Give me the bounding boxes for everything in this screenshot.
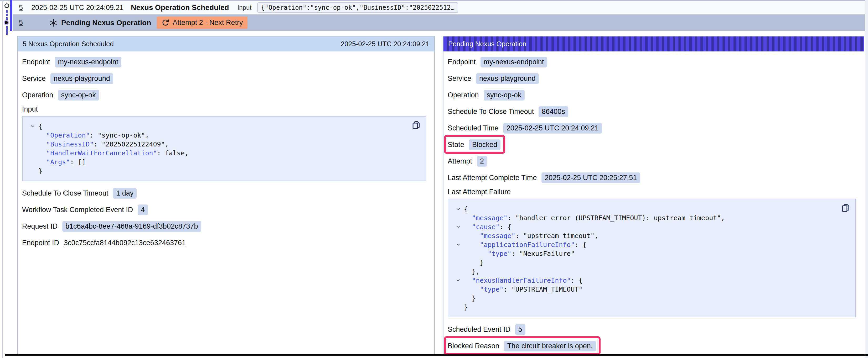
retry-badge-label: Attempt 2 · Next Retry bbox=[173, 19, 243, 27]
event-id-link[interactable]: 5 bbox=[19, 4, 23, 12]
field-label: Schedule To Close Timeout bbox=[448, 108, 534, 116]
field-value-chip: my-nexus-endpoint bbox=[55, 57, 122, 67]
collapse-chevron-icon[interactable] bbox=[453, 278, 464, 283]
field-label: Request ID bbox=[22, 222, 58, 230]
field-value-chip: 4 bbox=[138, 204, 148, 215]
code-line: "applicationFailureInfo": { bbox=[453, 240, 851, 249]
field-value-chip: my-nexus-endpoint bbox=[480, 57, 547, 67]
code-line-text: "Operation": "sync-op-ok", bbox=[38, 131, 149, 139]
history-row-pending-nexus-operation[interactable]: 5 Pending Nexus Operation Attempt 2 · Ne… bbox=[12, 14, 865, 31]
code-line-text: "HandlerWaitForCancellation": false, bbox=[38, 149, 189, 157]
field-value-chip: 2025-02-25 UTC 20:24:09.21 bbox=[503, 123, 602, 134]
event-detail-panel-scheduled: 5 Nexus Operation Scheduled 2025-02-25 U… bbox=[17, 36, 435, 355]
code-line: { bbox=[453, 204, 851, 214]
code-line-text: "message": "handler error (UPSTREAM_TIME… bbox=[464, 214, 725, 222]
field-value-chip: Blocked bbox=[469, 139, 500, 150]
code-line-text: "type": "NexusFailure" bbox=[464, 250, 575, 258]
field-value-link[interactable]: 3c0c75ccfa8144b092c13ce632463761 bbox=[64, 239, 186, 247]
code-line: "type": "UPSTREAM_TIMEOUT" bbox=[453, 285, 851, 294]
failure-section-label: Last Attempt Failure bbox=[448, 187, 860, 197]
copy-button[interactable] bbox=[411, 120, 421, 130]
field-value-chip: 2025-02-25 UTC 20:25:27.51 bbox=[541, 172, 640, 183]
field-label: Last Attempt Complete Time bbox=[448, 174, 537, 182]
event-id-link[interactable]: 5 bbox=[19, 19, 23, 27]
code-line: "BusinessID": "20250225122409", bbox=[27, 140, 422, 149]
field-row-blocked-reason: Blocked ReasonThe circuit breaker is ope… bbox=[448, 340, 596, 352]
retry-attempt-badge: Attempt 2 · Next Retry bbox=[157, 17, 247, 29]
code-line: } bbox=[453, 303, 851, 312]
code-line-text: "BusinessID": "20250225122409", bbox=[38, 140, 169, 148]
code-line-text: } bbox=[464, 259, 484, 266]
field-row-service: Servicenexus-playground bbox=[448, 73, 539, 84]
pending-panel-header: Pending Nexus Operation bbox=[443, 36, 864, 52]
code-line-text: "cause": { bbox=[464, 223, 512, 231]
pending-asterisk-icon bbox=[49, 19, 58, 27]
code-line-text: { bbox=[38, 123, 42, 130]
field-row-workflow-task-completed-event-id: Workflow Task Completed Event ID4 bbox=[22, 204, 148, 216]
field-label: Endpoint bbox=[448, 58, 476, 66]
code-line-text: "type": "UPSTREAM_TIMEOUT" bbox=[464, 286, 583, 293]
collapse-chevron-icon[interactable] bbox=[453, 242, 464, 248]
field-row-scheduled-time: Scheduled Time2025-02-25 UTC 20:24:09.21 bbox=[448, 122, 602, 134]
timeline-selection-bar bbox=[10, 0, 12, 31]
copy-icon bbox=[841, 203, 851, 213]
code-line-text: } bbox=[464, 294, 476, 302]
copy-button[interactable] bbox=[841, 203, 851, 213]
field-row-operation: Operationsync-op-ok bbox=[448, 89, 525, 101]
field-row-state: StateBlocked bbox=[448, 139, 500, 151]
code-line-text: } bbox=[38, 167, 42, 175]
field-row-request-id: Request IDb1c6a4bc-8ee7-468a-9169-df3b02… bbox=[22, 221, 201, 232]
event-timestamp: 2025-02-25 UTC 20:24:09.21 bbox=[31, 4, 123, 12]
collapse-chevron-icon[interactable] bbox=[453, 206, 464, 212]
retry-icon bbox=[161, 19, 169, 27]
field-label: Endpoint ID bbox=[22, 239, 59, 247]
code-line-text: }, bbox=[464, 268, 480, 275]
field-row-scheduled-event-id: Scheduled Event ID5 bbox=[448, 324, 525, 335]
field-row-endpoint: Endpointmy-nexus-endpoint bbox=[448, 56, 547, 68]
input-section-label: Input bbox=[22, 104, 430, 114]
pending-panel-title: Pending Nexus Operation bbox=[448, 40, 526, 48]
code-line: } bbox=[453, 294, 851, 303]
field-label: Blocked Reason bbox=[448, 342, 499, 350]
field-value-chip: b1c6a4bc-8ee7-468a-9169-df3b02c8737b bbox=[62, 221, 201, 232]
timeline-filled-circle-icon bbox=[4, 20, 9, 25]
field-label: Scheduled Time bbox=[448, 124, 499, 132]
field-value-chip: The circuit breaker is open. bbox=[504, 341, 596, 352]
copy-icon bbox=[411, 120, 421, 130]
timeline-dashed-connector bbox=[6, 26, 8, 35]
pending-operation-panel: Pending Nexus Operation Endpointmy-nexus… bbox=[443, 36, 864, 355]
field-row-attempt: Attempt2 bbox=[448, 155, 487, 167]
code-line-text: "message": "upstream timeout", bbox=[464, 232, 598, 240]
collapse-chevron-icon[interactable] bbox=[27, 123, 38, 129]
scheduled-panel-title: 5 Nexus Operation Scheduled bbox=[23, 40, 114, 48]
input-json-block: { "Operation": "sync-op-ok", "BusinessID… bbox=[22, 116, 426, 181]
history-row-nexus-operation-scheduled[interactable]: 5 2025-02-25 UTC 20:24:09.21 Nexus Opera… bbox=[12, 1, 865, 14]
field-label: Scheduled Event ID bbox=[448, 325, 510, 334]
field-label: Workflow Task Completed Event ID bbox=[22, 206, 133, 214]
field-label: Service bbox=[22, 74, 46, 83]
scrollbar[interactable] bbox=[865, 0, 868, 358]
failure-json-block: { "message": "handler error (UPSTREAM_TI… bbox=[448, 199, 856, 317]
field-row-endpoint: Endpointmy-nexus-endpoint bbox=[22, 56, 121, 68]
code-line: "Operation": "sync-op-ok", bbox=[27, 131, 422, 140]
code-line: "Args": [] bbox=[27, 158, 422, 166]
code-line: "message": "upstream timeout", bbox=[453, 231, 851, 240]
workflow-history-view: 5 2025-02-25 UTC 20:24:09.21 Nexus Opera… bbox=[0, 0, 868, 358]
code-line: "cause": { bbox=[453, 222, 851, 231]
field-value-chip: 86400s bbox=[538, 106, 568, 117]
pending-event-title: Pending Nexus Operation bbox=[61, 19, 151, 27]
field-row-operation: Operationsync-op-ok bbox=[22, 89, 99, 101]
field-value-chip: sync-op-ok bbox=[58, 90, 99, 100]
field-row-service: Servicenexus-playground bbox=[22, 73, 113, 84]
left-edge-border bbox=[2, 0, 3, 358]
field-label: Service bbox=[448, 74, 471, 83]
field-label: Schedule To Close Timeout bbox=[22, 189, 108, 197]
field-value-chip: 2 bbox=[477, 156, 487, 167]
field-label: Endpoint bbox=[22, 58, 50, 66]
scheduled-panel-header: 5 Nexus Operation Scheduled 2025-02-25 U… bbox=[18, 36, 434, 52]
field-value-chip: sync-op-ok bbox=[484, 90, 525, 100]
collapse-chevron-icon[interactable] bbox=[453, 224, 464, 230]
code-line: }, bbox=[453, 267, 851, 276]
code-line: { bbox=[27, 122, 422, 131]
timeline-dashed-connector bbox=[6, 10, 8, 20]
